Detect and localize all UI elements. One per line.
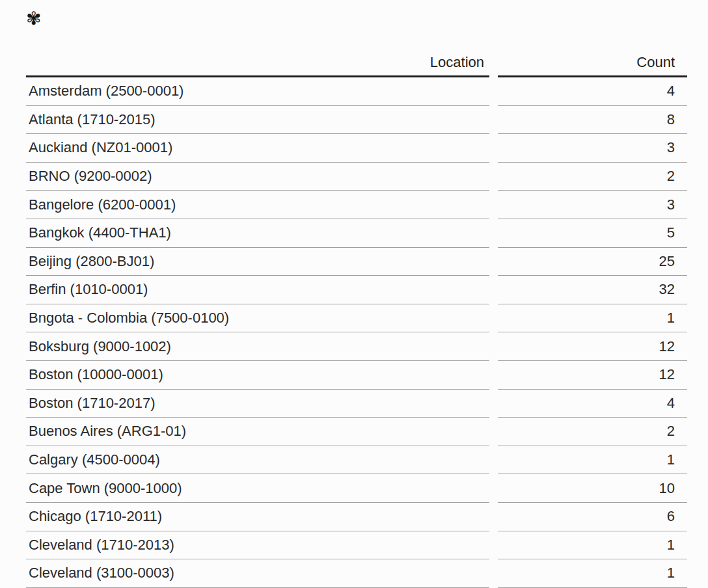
table-row: Cleveland (1710-2013) 1 <box>26 531 687 560</box>
location-cell: Buenos Aires (ARG1-01) <box>26 418 489 446</box>
count-cell: 12 <box>498 332 687 361</box>
table-row: Amsterdam (2500-0001) 4 <box>26 77 687 106</box>
column-header-location: Location <box>26 51 489 77</box>
location-cell: Berfin (1010-0001) <box>26 276 489 304</box>
table-row: Calgary (4500-0004) 1 <box>26 446 687 475</box>
count-cell: 25 <box>498 248 687 276</box>
count-cell: 32 <box>498 276 687 304</box>
location-cell: Amsterdam (2500-0001) <box>26 77 489 106</box>
count-cell: 1 <box>498 559 687 588</box>
location-cell: Beijing (2800-BJ01) <box>26 248 489 276</box>
location-cell: Boston (1710-2017) <box>26 390 489 418</box>
location-cell: Cape Town (9000-1000) <box>26 474 489 503</box>
location-cell: Auckiand (NZ01-0001) <box>26 134 489 163</box>
table-row: Berfin (1010-0001) 32 <box>26 276 687 304</box>
report-page: { "page": { "background": "#fcfcfc" }, "… <box>0 0 708 588</box>
location-cell: Bangkok (4400-THA1) <box>26 219 489 248</box>
count-cell: 10 <box>498 474 687 503</box>
location-cell: Boston (10000-0001) <box>26 361 489 390</box>
count-cell: 3 <box>498 134 687 163</box>
count-cell: 4 <box>498 77 687 106</box>
location-cell: Calgary (4500-0004) <box>26 446 489 475</box>
table-row: Bngota - Colombia (7500-0100) 1 <box>26 304 687 333</box>
table-header-row: Location Count <box>26 51 687 77</box>
location-cell: BRNO (9200-0002) <box>26 163 489 191</box>
table-row: Boksburg (9000-1002) 12 <box>26 332 687 361</box>
table-row: Atlanta (1710-2015) 8 <box>26 106 687 135</box>
count-cell: 6 <box>498 503 687 531</box>
count-cell: 2 <box>498 418 687 446</box>
location-cell: Bangelore (6200-0001) <box>26 191 489 219</box>
location-cell: Bngota - Colombia (7500-0100) <box>26 304 489 333</box>
column-header-count: Count <box>498 51 687 77</box>
count-cell: 12 <box>498 361 687 390</box>
count-cell: 1 <box>498 446 687 475</box>
count-cell: 1 <box>498 304 687 333</box>
table-row: Beijing (2800-BJ01) 25 <box>26 248 687 276</box>
count-cell: 5 <box>498 219 687 248</box>
table-row: Cleveland (3100-0003) 1 <box>26 559 687 588</box>
table-row: Chicago (1710-2011) 6 <box>26 503 687 531</box>
flower-rosette-icon: ✾ <box>26 8 41 30</box>
location-cell: Cleveland (1710-2013) <box>26 531 489 560</box>
table-row: Auckiand (NZ01-0001) 3 <box>26 134 687 163</box>
table-row: Cape Town (9000-1000) 10 <box>26 474 687 503</box>
location-count-table: Location Count Amsterdam (2500-0001) 4 A… <box>26 51 687 588</box>
table-row: Bangelore (6200-0001) 3 <box>26 191 687 219</box>
table-row: Buenos Aires (ARG1-01) 2 <box>26 418 687 446</box>
count-cell: 3 <box>498 191 687 219</box>
table-row: BRNO (9200-0002) 2 <box>26 163 687 191</box>
count-cell: 1 <box>498 531 687 560</box>
location-cell: Atlanta (1710-2015) <box>26 106 489 135</box>
table-row: Boston (1710-2017) 4 <box>26 390 687 418</box>
count-cell: 4 <box>498 390 687 418</box>
table-body: Amsterdam (2500-0001) 4 Atlanta (1710-20… <box>26 77 687 588</box>
count-cell: 8 <box>498 106 687 135</box>
table-row: Boston (10000-0001) 12 <box>26 361 687 390</box>
location-cell: Cleveland (3100-0003) <box>26 559 489 588</box>
count-cell: 2 <box>498 163 687 191</box>
table-row: Bangkok (4400-THA1) 5 <box>26 219 687 248</box>
location-cell: Boksburg (9000-1002) <box>26 332 489 361</box>
location-cell: Chicago (1710-2011) <box>26 503 489 531</box>
